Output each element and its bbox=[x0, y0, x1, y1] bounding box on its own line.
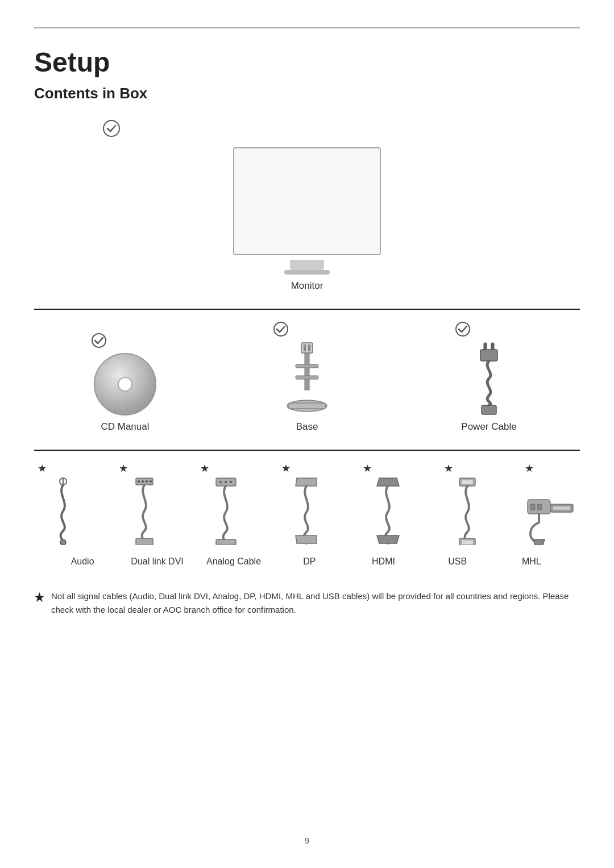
svg-rect-44 bbox=[553, 506, 570, 510]
hdmi-cable-label: HDMI bbox=[358, 556, 409, 567]
hdmi-cable-illustration bbox=[372, 477, 404, 545]
audio-star: ★ bbox=[38, 462, 47, 475]
dp-star: ★ bbox=[281, 462, 291, 475]
cables-row: ★ ★ ★ bbox=[23, 462, 591, 551]
power-checkmark-icon bbox=[455, 321, 471, 337]
monitor-stand bbox=[290, 260, 324, 270]
usb-cable-label: USB bbox=[432, 556, 483, 567]
cable-labels-row: Audio Dual link DVI Analog Cable DP HDMI… bbox=[45, 556, 569, 567]
svg-rect-17 bbox=[482, 405, 496, 414]
analog-cable-illustration bbox=[210, 477, 242, 545]
svg-point-28 bbox=[219, 481, 222, 483]
mhl-cable-illustration bbox=[525, 477, 576, 545]
monitor-foot bbox=[284, 270, 330, 275]
audio-cable-item: ★ bbox=[38, 462, 89, 545]
svg-point-6 bbox=[303, 345, 305, 347]
svg-rect-16 bbox=[480, 350, 497, 361]
top-divider bbox=[34, 27, 580, 28]
svg-point-25 bbox=[150, 480, 152, 483]
svg-rect-12 bbox=[289, 403, 325, 409]
svg-rect-37 bbox=[462, 480, 473, 484]
monitor-screen bbox=[233, 147, 381, 255]
cd-disc bbox=[94, 353, 156, 416]
svg-point-20 bbox=[60, 539, 66, 545]
usb-star: ★ bbox=[444, 462, 453, 475]
cd-manual-item: CD Manual bbox=[91, 333, 159, 433]
mhl-cable-item: ★ bbox=[525, 462, 576, 545]
svg-rect-42 bbox=[537, 504, 542, 510]
mhl-cable-label: MHL bbox=[506, 556, 557, 567]
monitor-illustration bbox=[233, 147, 381, 275]
monitor-label: Monitor bbox=[291, 280, 323, 292]
monitor-checkmark bbox=[102, 119, 121, 142]
dvi-cable-item: ★ bbox=[119, 462, 170, 545]
dp-cable-label: DP bbox=[284, 556, 335, 567]
analog-cable-item: ★ bbox=[200, 462, 251, 545]
cd-checkmark-icon bbox=[91, 333, 107, 348]
row2-section: CD Manual Base bbox=[34, 321, 580, 444]
svg-marker-35 bbox=[377, 535, 399, 543]
analog-cable-label: Analog Cable bbox=[206, 556, 261, 567]
footnote-section: ★ Not all signal cables (Audio, Dual lin… bbox=[34, 589, 580, 617]
svg-marker-33 bbox=[296, 535, 317, 543]
svg-point-30 bbox=[230, 481, 232, 483]
cd-label: CD Manual bbox=[101, 421, 149, 433]
usb-cable-illustration bbox=[451, 477, 488, 545]
page-number: 9 bbox=[305, 836, 309, 845]
svg-point-22 bbox=[138, 480, 140, 483]
svg-point-0 bbox=[103, 121, 119, 136]
base-checkmark-icon bbox=[273, 321, 289, 337]
divider-1 bbox=[34, 309, 580, 310]
mhl-star: ★ bbox=[525, 462, 534, 475]
svg-rect-26 bbox=[136, 538, 153, 545]
svg-rect-39 bbox=[462, 540, 473, 545]
power-cable-item: Power Cable bbox=[455, 321, 523, 433]
svg-rect-9 bbox=[296, 364, 318, 368]
dp-cable-illustration bbox=[291, 477, 322, 545]
audio-cable-illustration bbox=[48, 477, 79, 545]
svg-marker-32 bbox=[296, 478, 317, 486]
section-title: Contents in Box bbox=[34, 85, 580, 102]
svg-rect-8 bbox=[305, 353, 309, 390]
power-cable-illustration bbox=[469, 342, 509, 416]
svg-rect-3 bbox=[301, 343, 313, 353]
hdmi-cable-item: ★ bbox=[363, 462, 414, 545]
svg-point-29 bbox=[225, 481, 227, 483]
svg-point-23 bbox=[142, 480, 144, 483]
base-illustration bbox=[284, 342, 330, 416]
footnote-star-icon: ★ bbox=[34, 591, 44, 604]
svg-point-24 bbox=[146, 480, 148, 483]
dvi-cable-illustration bbox=[129, 477, 160, 545]
svg-point-1 bbox=[92, 334, 106, 347]
cables-section: ★ ★ ★ bbox=[23, 462, 591, 567]
svg-point-13 bbox=[456, 322, 470, 336]
usb-cable-item: ★ bbox=[444, 462, 495, 545]
divider-2 bbox=[34, 450, 580, 451]
svg-marker-45 bbox=[533, 539, 545, 545]
dp-cable-item: ★ bbox=[281, 462, 333, 545]
base-label: Base bbox=[296, 421, 318, 433]
svg-point-7 bbox=[309, 345, 311, 347]
audio-cable-label: Audio bbox=[57, 556, 108, 567]
svg-point-2 bbox=[274, 322, 288, 336]
page-title: Setup bbox=[34, 47, 580, 78]
svg-marker-34 bbox=[377, 478, 399, 486]
footnote-text: Not all signal cables (Audio, Dual link … bbox=[51, 589, 580, 617]
dvi-star: ★ bbox=[119, 462, 128, 475]
base-item: Base bbox=[273, 321, 341, 433]
dvi-cable-label: Dual link DVI bbox=[131, 556, 183, 567]
analog-star: ★ bbox=[200, 462, 209, 475]
power-cable-label: Power Cable bbox=[461, 421, 516, 433]
svg-rect-41 bbox=[530, 504, 535, 510]
hdmi-star: ★ bbox=[363, 462, 372, 475]
svg-rect-10 bbox=[296, 376, 318, 379]
monitor-section: Monitor bbox=[34, 119, 580, 303]
checkmark-circle-icon bbox=[102, 119, 121, 138]
svg-rect-31 bbox=[216, 539, 236, 545]
